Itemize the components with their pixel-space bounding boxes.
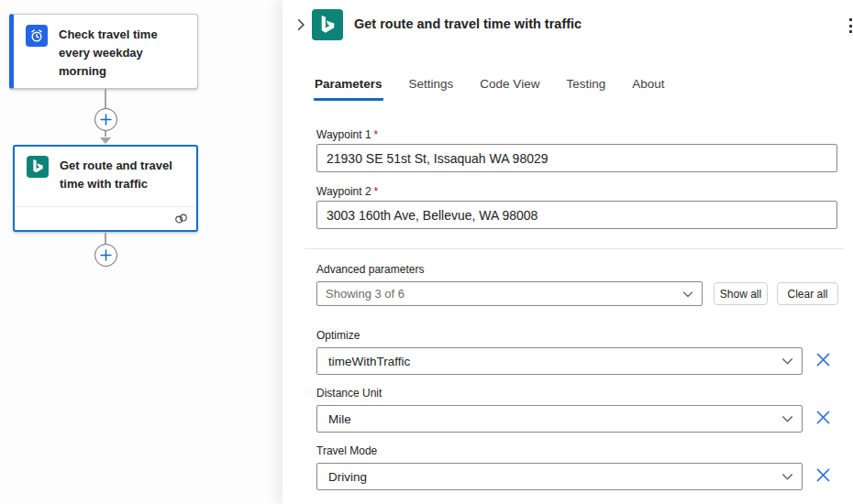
tab-settings[interactable]: Settings: [408, 75, 455, 101]
distance-unit-label: Distance Unit: [316, 387, 382, 400]
plus-icon: [100, 249, 112, 261]
advanced-parameters-label: Advanced parameters: [316, 263, 424, 276]
travel-mode-value: Driving: [317, 470, 367, 484]
tab-about[interactable]: About: [631, 75, 665, 101]
workflow-canvas: Check travel time every weekday morning …: [0, 0, 282, 504]
panel-title: Get route and travel time with traffic: [354, 16, 582, 31]
vertical-ellipsis-icon: [849, 18, 852, 21]
travel-mode-dropdown[interactable]: Driving: [316, 463, 803, 490]
chevron-down-icon: [781, 356, 793, 367]
distance-unit-value: Mile: [317, 412, 351, 426]
show-all-button[interactable]: Show all: [714, 282, 768, 305]
chevron-right-icon: [294, 18, 307, 31]
section-divider: [305, 248, 844, 249]
dismiss-x-icon: [815, 352, 831, 367]
optimize-dropdown[interactable]: timeWithTraffic: [316, 347, 803, 375]
waypoint2-input[interactable]: [316, 201, 837, 229]
tab-code-view[interactable]: Code View: [479, 75, 540, 101]
chevron-down-icon: [682, 289, 693, 300]
dismiss-x-icon: [815, 467, 831, 483]
chevron-down-icon: [781, 413, 793, 425]
insert-step-button-2[interactable]: [94, 244, 117, 267]
action-node-get-route[interactable]: Get route and travel time with traffic: [13, 145, 198, 232]
trigger-node-title: Check travel time every weekday morning: [59, 25, 188, 81]
trigger-node-check-travel-time[interactable]: Check travel time every weekday morning: [9, 14, 198, 89]
remove-optimize-button[interactable]: [814, 352, 832, 370]
panel-tabs: Parameters Settings Code View Testing Ab…: [314, 75, 665, 101]
optimize-value: timeWithTraffic: [317, 355, 410, 368]
waypoint1-input[interactable]: [316, 144, 837, 172]
bing-maps-icon: [312, 9, 343, 40]
advanced-parameters-dropdown[interactable]: Showing 3 of 6: [316, 281, 703, 306]
action-config-panel: Get route and travel time with traffic P…: [282, 0, 853, 504]
clear-all-button[interactable]: Clear all: [777, 282, 838, 305]
action-node-footer: [15, 206, 196, 230]
connection-link-icon: [174, 213, 188, 225]
connector-arrow-icon: [100, 137, 111, 144]
panel-header: Get route and travel time with traffic: [282, 0, 853, 51]
travel-mode-label: Travel Mode: [316, 444, 377, 457]
more-options-button[interactable]: [840, 13, 853, 38]
bing-maps-icon: [27, 156, 49, 178]
optimize-label: Optimize: [316, 329, 360, 342]
distance-unit-dropdown[interactable]: Mile: [316, 405, 803, 433]
insert-step-button-1[interactable]: [94, 108, 117, 131]
advanced-parameters-summary: Showing 3 of 6: [317, 287, 404, 301]
waypoint2-label: Waypoint 2*: [316, 185, 378, 198]
collapse-panel-button[interactable]: [292, 16, 310, 35]
action-node-title: Get route and travel time with traffic: [60, 156, 187, 193]
chevron-down-icon: [781, 471, 793, 483]
connector-line: [105, 233, 106, 244]
tab-parameters[interactable]: Parameters: [314, 75, 383, 101]
remove-travel-mode-button[interactable]: [814, 467, 832, 486]
waypoint1-label: Waypoint 1*: [316, 128, 378, 141]
required-asterisk: *: [374, 128, 379, 141]
plus-icon: [100, 114, 112, 126]
dismiss-x-icon: [815, 410, 831, 425]
remove-distance-unit-button[interactable]: [814, 410, 832, 428]
required-asterisk: *: [374, 185, 379, 198]
recurrence-clock-icon: [26, 25, 48, 47]
tab-testing[interactable]: Testing: [565, 75, 606, 101]
